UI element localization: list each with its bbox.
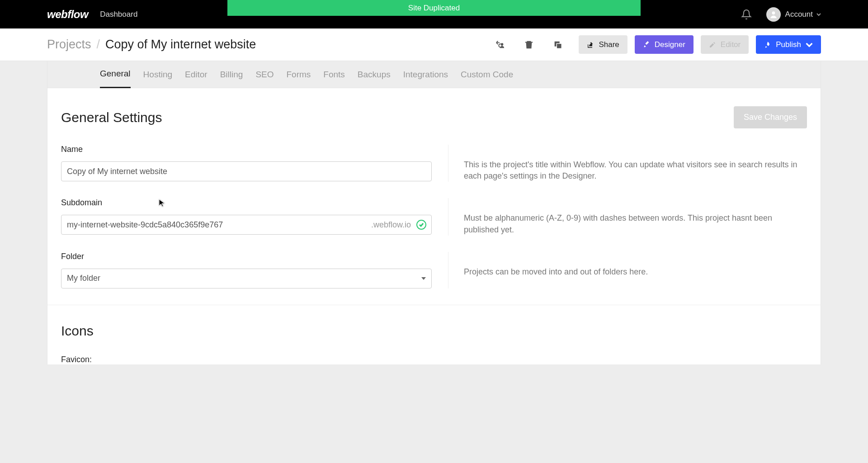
designer-button[interactable]: Designer [635, 35, 693, 54]
tab-general[interactable]: General [100, 61, 131, 88]
folder-value: My folder [67, 274, 100, 283]
duplicate-icon-button[interactable] [550, 37, 566, 53]
chevron-down-icon [806, 41, 813, 48]
share-button[interactable]: Share [579, 35, 627, 54]
check-circle-icon [416, 220, 426, 230]
folder-label: Folder [61, 252, 432, 261]
account-menu[interactable]: Account [785, 10, 821, 19]
save-changes-button[interactable]: Save Changes [734, 106, 807, 128]
name-input[interactable] [61, 161, 432, 181]
rocket-icon [764, 41, 771, 48]
share-label: Share [599, 40, 619, 49]
svg-point-1 [501, 43, 504, 46]
tab-integrations[interactable]: Integrations [403, 61, 448, 88]
account-label: Account [785, 10, 813, 19]
avatar[interactable] [766, 7, 781, 22]
caret-down-icon [421, 276, 426, 281]
icons-title: Icons [61, 323, 807, 339]
nav-dashboard[interactable]: Dashboard [100, 10, 137, 19]
brush-icon [643, 41, 650, 48]
tab-seo[interactable]: SEO [255, 61, 274, 88]
tab-hosting[interactable]: Hosting [143, 61, 172, 88]
designer-label: Designer [655, 40, 685, 49]
svg-point-0 [772, 11, 775, 14]
svg-rect-3 [557, 43, 562, 48]
name-label: Name [61, 145, 432, 154]
folder-help-text: Projects can be moved into and out of fo… [464, 266, 807, 278]
tab-editor[interactable]: Editor [185, 61, 208, 88]
publish-button[interactable]: Publish [756, 35, 821, 54]
toast-notification: Site Duplicated [227, 0, 641, 16]
transfer-icon-button[interactable] [492, 37, 508, 53]
tab-fonts[interactable]: Fonts [323, 61, 345, 88]
page-header: Projects / Copy of My internet website S… [0, 28, 868, 61]
pencil-icon [709, 41, 716, 48]
breadcrumb: Projects / Copy of My internet website [47, 38, 256, 52]
tab-forms[interactable]: Forms [287, 61, 311, 88]
breadcrumb-current: Copy of My internet website [105, 38, 256, 52]
settings-panel: General Settings Save Changes Name This … [47, 88, 821, 364]
tab-backups[interactable]: Backups [358, 61, 391, 88]
tab-custom-code[interactable]: Custom Code [461, 61, 513, 88]
chevron-down-icon [816, 12, 821, 17]
settings-tabs: General Hosting Editor Billing SEO Forms… [47, 61, 821, 88]
folder-select[interactable]: My folder [61, 269, 432, 288]
name-help-text: This is the project's title within Webfl… [464, 159, 807, 182]
subdomain-help-text: Must be alphanumeric (A-Z, 0-9) with das… [464, 213, 807, 235]
breadcrumb-separator: / [97, 38, 100, 52]
panel-title: General Settings [61, 110, 162, 125]
bell-icon[interactable] [741, 9, 752, 20]
subdomain-label: Subdomain [61, 198, 432, 208]
subdomain-suffix: .webflow.io [371, 220, 411, 230]
publish-label: Publish [776, 40, 801, 49]
favicon-label: Favicon: [61, 355, 807, 364]
section-divider [47, 305, 821, 305]
editor-button: Editor [701, 35, 749, 54]
trash-icon-button[interactable] [521, 37, 537, 53]
share-icon [587, 41, 594, 48]
tab-billing[interactable]: Billing [220, 61, 243, 88]
breadcrumb-root[interactable]: Projects [47, 38, 91, 52]
editor-label: Editor [721, 40, 741, 49]
logo[interactable]: webflow [47, 8, 88, 21]
toast-message: Site Duplicated [408, 4, 460, 13]
